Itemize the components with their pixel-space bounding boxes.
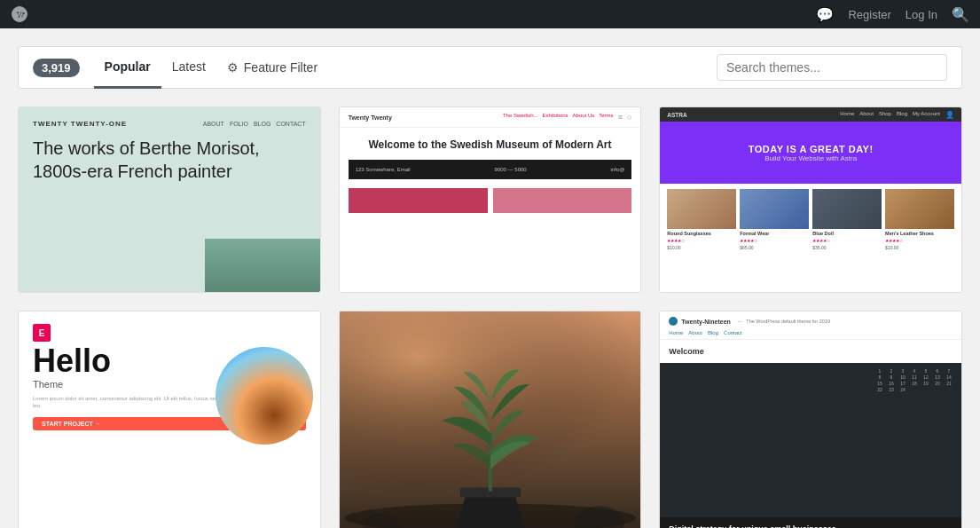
astra-stars-2: ★★★★☆: [740, 238, 809, 243]
main-content: 3,919 Popular Latest ⚙ Feature Filter TW…: [0, 28, 980, 528]
tt-header: Twenty Twenty The Swedish... Exhibitions…: [340, 107, 641, 128]
admin-bar-right: 💬 Register Log In 🔍: [816, 6, 969, 23]
tn-calendar: 1 2 3 4 5 6 7 8 9 10 11 12 13 14: [874, 368, 954, 392]
tt-pink-block-1: [349, 188, 488, 213]
astra-product-name-3: Blue Doll: [812, 231, 882, 236]
theme-card-hello-elementor[interactable]: E Hello Theme Lorem ipsum dolor sit amet…: [18, 311, 321, 528]
theme-preview-twenty-nineteen: Twenty-Nineteen — The WordPress default …: [660, 311, 961, 528]
theme-card-twenty-twenty[interactable]: Twenty Twenty The Swedish... Exhibitions…: [339, 106, 642, 293]
tt-nav: The Swedish... Exhibitions About Us Term…: [503, 113, 631, 122]
tn-nav: Home About Blog Contact: [669, 328, 953, 335]
tt-nav-1: The Swedish...: [503, 113, 538, 122]
preview-header: TWENTY TWENTY-ONE ABOUT FOLIO BLOG CONTA…: [33, 120, 306, 128]
astra-product-name-1: Round Sunglasses: [667, 231, 736, 236]
hello-circle-image: [216, 347, 313, 445]
astra-price-3: $35.00: [812, 245, 882, 250]
astra-product-img-2: [740, 189, 809, 229]
tn-dark-section: 1 2 3 4 5 6 7 8 9 10 11 12 13 14: [660, 363, 961, 528]
tn-header: Twenty-Nineteen — The WordPress default …: [660, 311, 961, 340]
search-icon[interactable]: 🔍: [952, 6, 969, 23]
theme-preview-twenty-twenty: Twenty Twenty The Swedish... Exhibitions…: [340, 107, 641, 292]
plant-svg: [340, 311, 641, 528]
tn-digital-strategy-text: Digital strategy for unique small busine…: [669, 524, 953, 528]
wordpress-logo[interactable]: W: [11, 5, 28, 23]
theme-preview-oceanwp: [340, 311, 641, 528]
admin-bar: W 💬 Register Log In 🔍: [0, 0, 980, 28]
tn-welcome: Welcome: [660, 340, 961, 363]
nav-about: ABOUT: [203, 121, 224, 127]
tab-latest[interactable]: Latest: [161, 47, 216, 89]
astra-nav-shop: Shop: [879, 111, 891, 119]
theme-name: Twenty Twenty-One: [19, 292, 320, 293]
login-link[interactable]: Log In: [906, 8, 937, 21]
astra-product-name-2: Formal Wear: [740, 231, 809, 236]
astra-product-4: Men's Leather Shoes ★★★★☆ $10.00: [885, 189, 954, 287]
search-themes: [717, 54, 947, 81]
astra-account-icon: 👤: [945, 111, 954, 119]
astra-price-1: $10.00: [667, 245, 736, 250]
preview-nav: ABOUT FOLIO BLOG CONTACT: [203, 121, 306, 127]
tt-pink-block-2: [493, 188, 632, 213]
theme-card-twenty-nineteen[interactable]: Twenty-Nineteen — The WordPress default …: [659, 311, 962, 528]
tt-contact-1: 123 Somewhere, Email: [356, 167, 411, 172]
tn-nav-home: Home: [669, 330, 683, 335]
preview-site-title: TWENTY TWENTY-ONE: [33, 120, 127, 128]
filter-bar: 3,919 Popular Latest ⚙ Feature Filter: [18, 46, 962, 89]
astra-nav-blog: Blog: [897, 111, 907, 119]
themes-grid: TWENTY TWENTY-ONE ABOUT FOLIO BLOG CONTA…: [18, 106, 962, 528]
feature-filter-label: Feature Filter: [244, 60, 318, 75]
astra-product-name-4: Men's Leather Shoes: [885, 231, 954, 236]
astra-nav-about: About: [859, 111, 874, 119]
admin-bar-left: W: [11, 5, 28, 23]
tn-site-name: Twenty-Nineteen: [681, 319, 731, 325]
astra-stars-1: ★★★★☆: [667, 238, 736, 243]
gear-icon: ⚙: [227, 60, 239, 75]
theme-preview-astra: ASTRA Home About Shop Blog My Account 👤 …: [660, 107, 961, 292]
astra-price-4: $10.00: [885, 245, 954, 250]
comments-icon[interactable]: 💬: [816, 6, 834, 23]
astra-top-bar: ASTRA Home About Shop Blog My Account 👤: [660, 107, 961, 122]
preview-hero-text: The works of Berthe Morisot, 1800s-era F…: [33, 137, 306, 183]
tt-dark-section: 123 Somewhere, Email 9000 — 5000 info@: [349, 160, 632, 179]
theme-name: Twenty Twenty: [340, 292, 641, 293]
astra-site-name: ASTRA: [667, 112, 686, 118]
astra-headline: TODAY IS A GREAT DAY!: [749, 144, 874, 154]
tn-nav-about: About: [688, 330, 702, 335]
astra-product-2: Formal Wear ★★★★☆ $65.00: [740, 189, 809, 287]
theme-card-twenty-twenty-one[interactable]: TWENTY TWENTY-ONE ABOUT FOLIO BLOG CONTA…: [18, 106, 321, 293]
tn-nav-blog: Blog: [708, 330, 718, 335]
theme-preview-hello: E Hello Theme Lorem ipsum dolor sit amet…: [19, 311, 320, 528]
plant-background: [340, 311, 641, 528]
svg-text:W: W: [16, 10, 23, 19]
theme-count: 3,919: [33, 59, 80, 77]
tn-nav-contact: Contact: [724, 330, 742, 335]
theme-preview-twenty-twenty-one: TWENTY TWENTY-ONE ABOUT FOLIO BLOG CONTA…: [19, 107, 320, 292]
preview-image: [205, 239, 320, 292]
nav-contact: CONTACT: [276, 121, 305, 127]
tn-tagline: The WordPress default theme for 2019: [746, 319, 830, 324]
tt-logo: Twenty Twenty: [349, 114, 392, 121]
feature-filter[interactable]: ⚙ Feature Filter: [216, 48, 328, 87]
astra-product-img-4: [885, 189, 954, 229]
tn-digital-strategy: Digital strategy for unique small busine…: [660, 517, 961, 528]
register-link[interactable]: Register: [848, 8, 890, 21]
astra-nav-account: My Account: [913, 111, 940, 119]
theme-card-astra[interactable]: ASTRA Home About Shop Blog My Account 👤 …: [659, 106, 962, 293]
astra-stars-3: ★★★★☆: [812, 238, 882, 243]
search-input[interactable]: [717, 54, 947, 81]
tt-search-icon: ○: [627, 113, 631, 122]
hello-circle-gradient: [216, 347, 313, 445]
nav-folio: FOLIO: [230, 121, 248, 127]
hello-e-badge: E: [33, 324, 51, 342]
astra-products: Round Sunglasses ★★★★☆ $10.00 Formal Wea…: [660, 184, 961, 292]
tn-wp-icon: [669, 317, 678, 326]
astra-nav-home: Home: [840, 111, 854, 119]
tt-pink-section: [340, 183, 641, 218]
tab-popular[interactable]: Popular: [94, 47, 161, 89]
astra-subline: Build Your Website with Astra: [764, 154, 857, 162]
astra-product-1: Round Sunglasses ★★★★☆ $10.00: [667, 189, 736, 287]
theme-card-oceanwp[interactable]: OceanWP: [339, 311, 642, 528]
astra-product-img-1: [667, 189, 736, 229]
astra-header: TODAY IS A GREAT DAY! Build Your Website…: [660, 122, 961, 184]
nav-blog: BLOG: [254, 121, 270, 127]
